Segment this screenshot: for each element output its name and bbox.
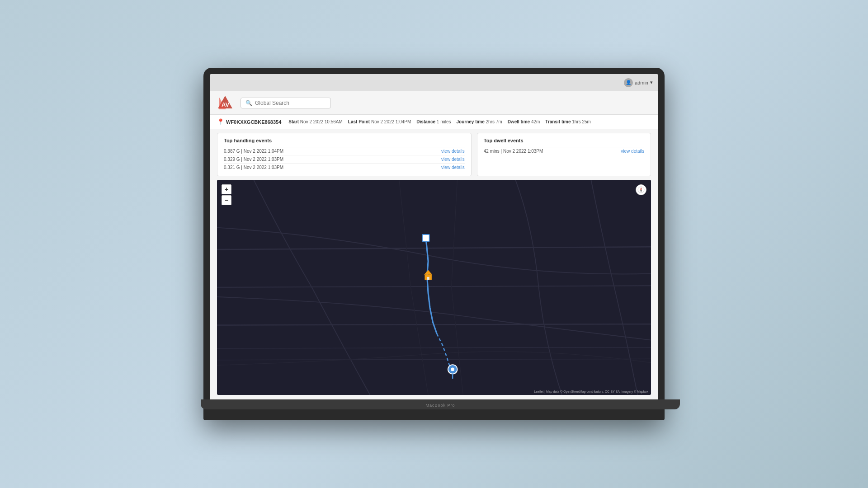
user-label: admin	[635, 80, 648, 85]
start-meta: Start Nov 2 2022 10:56AM	[288, 119, 343, 124]
dwell-time-value: 42m	[531, 119, 540, 124]
user-avatar: 👤	[624, 78, 633, 87]
app-logo: AV	[217, 95, 233, 111]
transit-time-meta: Transit time 1hrs 25m	[545, 119, 591, 124]
dwell-time-meta: Dwell time 42m	[508, 119, 540, 124]
dwell-event-1: 42 mins | Nov 2 2022 1:03PM view details	[484, 147, 644, 155]
dwell-event-1-text: 42 mins | Nov 2 2022 1:03PM	[484, 149, 543, 154]
dwell-panel: Top dwell events 42 mins | Nov 2 2022 1:…	[477, 133, 651, 176]
laptop-frame: 👤 admin ▾ AV 🔍	[203, 68, 665, 420]
start-value: Nov 2 2022 10:56AM	[300, 119, 343, 124]
map-background: + − Leaflet | Map data © O	[217, 180, 651, 395]
header: AV 🔍	[210, 91, 658, 115]
stats-row: Top handling events 0.387 G | Nov 2 2022…	[210, 129, 658, 180]
app-container: 👤 admin ▾ AV 🔍	[210, 74, 658, 399]
top-bar: 👤 admin ▾	[210, 74, 658, 91]
handling-panel-title: Top handling events	[224, 138, 465, 143]
svg-rect-12	[427, 277, 429, 280]
journey-time-meta: Journey time 2hrs 7m	[456, 119, 502, 124]
journey-time-label: Journey time	[456, 119, 484, 124]
journey-time-value: 2hrs 7m	[486, 119, 502, 124]
map-controls: + −	[222, 184, 231, 205]
handling-event-2-text: 0.329 G | Nov 2 2022 1:03PM	[224, 157, 283, 162]
svg-rect-9	[422, 235, 429, 241]
distance-label: Distance	[416, 119, 435, 124]
transit-time-label: Transit time	[545, 119, 571, 124]
laptop-base	[201, 399, 680, 409]
search-icon: 🔍	[245, 100, 252, 106]
handling-event-2: 0.329 G | Nov 2 2022 1:03PM view details	[224, 155, 465, 163]
trip-bar: 📍 WF0KXXGCBKE868354 Start Nov 2 2022 10:…	[210, 115, 658, 129]
start-label: Start	[288, 119, 299, 124]
dwell-time-label: Dwell time	[508, 119, 530, 124]
distance-meta: Distance 1 miles	[416, 119, 451, 124]
map-container[interactable]: + − Leaflet | Map data © O	[217, 180, 651, 395]
handling-event-3-link[interactable]: view details	[441, 165, 465, 170]
distance-value: 1 miles	[437, 119, 451, 124]
handling-panel: Top handling events 0.387 G | Nov 2 2022…	[217, 133, 472, 176]
zoom-in-button[interactable]: +	[222, 184, 231, 194]
map-roads-svg	[217, 180, 651, 395]
handling-event-1: 0.387 G | Nov 2 2022 1:04PM view details	[224, 147, 465, 155]
pin-icon: 📍	[217, 118, 224, 125]
user-menu[interactable]: 👤 admin ▾	[624, 78, 653, 87]
trip-meta: Start Nov 2 2022 10:56AM Last Point Nov …	[288, 119, 651, 124]
map-attribution: Leaflet | Map data © OpenStreetMap contr…	[534, 390, 648, 393]
transit-time-value: 1hrs 25m	[572, 119, 591, 124]
last-point-meta: Last Point Nov 2 2022 1:04PM	[348, 119, 411, 124]
handling-event-1-link[interactable]: view details	[441, 149, 465, 154]
zoom-out-button[interactable]: −	[222, 195, 231, 205]
handling-event-3-text: 0.321 G | Nov 2 2022 1:03PM	[224, 165, 283, 170]
svg-point-14	[451, 368, 454, 371]
handling-event-2-link[interactable]: view details	[441, 157, 465, 162]
content-area: 📍 WF0KXXGCBKE868354 Start Nov 2 2022 10:…	[210, 115, 658, 399]
trip-id: 📍 WF0KXXGCBKE868354	[217, 118, 281, 125]
search-box[interactable]: 🔍	[241, 98, 331, 108]
trip-id-value: WF0KXXGCBKE868354	[226, 119, 281, 125]
chevron-down-icon: ▾	[650, 80, 653, 85]
handling-event-3: 0.321 G | Nov 2 2022 1:03PM view details	[224, 163, 465, 171]
screen: 👤 admin ▾ AV 🔍	[210, 74, 658, 399]
search-input[interactable]	[255, 100, 326, 106]
dwell-event-1-link[interactable]: view details	[621, 149, 644, 154]
dwell-panel-title: Top dwell events	[484, 138, 644, 143]
handling-event-1-text: 0.387 G | Nov 2 2022 1:04PM	[224, 149, 283, 154]
compass-button[interactable]	[636, 184, 646, 195]
svg-text:AV: AV	[222, 101, 229, 108]
last-point-value: Nov 2 2022 1:04PM	[371, 119, 411, 124]
last-point-label: Last Point	[348, 119, 370, 124]
